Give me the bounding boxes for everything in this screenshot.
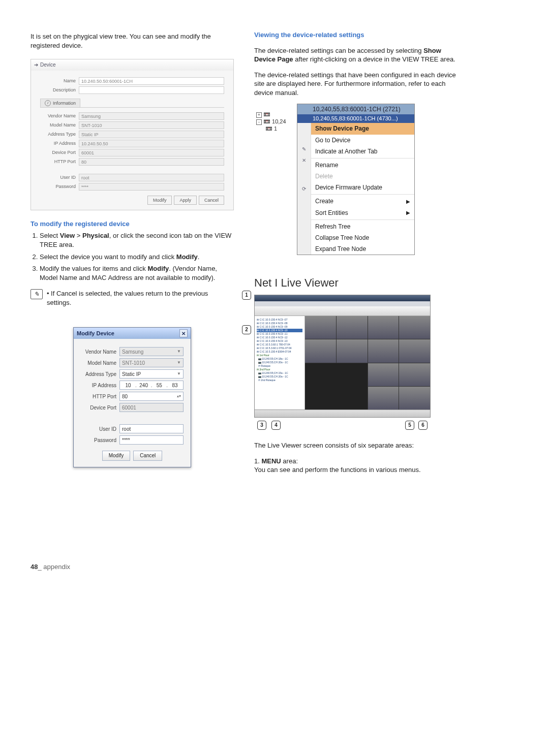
submenu-arrow-icon: ▶	[406, 209, 410, 216]
chevron-down-icon: ▼	[177, 360, 181, 366]
step-2: Select the device you want to modify and…	[40, 253, 234, 262]
menu-sort-entities[interactable]: Sort Entities▶	[311, 207, 414, 218]
net-i-live-viewer-heading: Net I Live Viewer	[254, 275, 458, 291]
name-field[interactable]: 10.240.50.50:60001-1CH	[79, 77, 224, 85]
live-viewer-illustration: ⊞ C:\C 10.0.150:4 NC9 -07 ⊞ C:\C 10.0.15…	[254, 295, 430, 418]
menu-expand-tree[interactable]: Expand Tree Node	[311, 243, 414, 255]
password-field: ****	[79, 183, 224, 191]
spinner-icon[interactable]: ▴▾	[177, 394, 181, 399]
viewer-desc: The Live Viewer screen consists of six s…	[254, 441, 458, 450]
dlg-model-field: SNT-1010▼	[119, 358, 184, 367]
menu-icon-strip: ✎ ✕ ⟳	[297, 123, 311, 255]
menu-create[interactable]: Create▶	[311, 196, 414, 207]
menu-refresh-tree[interactable]: Refresh Tree	[311, 221, 414, 232]
dlg-vendor-field: Samsung▼	[119, 347, 184, 356]
dlg-userid-label: User ID	[81, 426, 116, 433]
menu-go-to-device[interactable]: Go to Device	[311, 135, 414, 146]
devport-field: 60001	[79, 149, 224, 156]
dlg-addrtype-label: Address Type	[81, 371, 116, 378]
menu-rename[interactable]: Rename	[311, 160, 414, 171]
httpport-label: HTTP Port	[40, 159, 76, 165]
viewing-p1: The device-related settings can be acces…	[254, 46, 458, 64]
page-footer: 48_ appendix	[30, 562, 458, 572]
dlg-ip-label: IP Address	[81, 382, 116, 389]
menu-delete: Delete	[311, 171, 414, 182]
note-row: ✎ • If Cancel is selected, the values re…	[30, 289, 234, 307]
modify-device-dialog: Modify Device ✕ Vendor Name Samsung▼ Mod…	[73, 327, 191, 467]
viewer-area-1: 1. MENU area: You can see and perform th…	[254, 457, 458, 475]
note-text: • If Cancel is selected, the values retu…	[47, 289, 234, 307]
dlg-addrtype-field[interactable]: Static IP▼	[119, 369, 184, 379]
dialog-modify-button[interactable]: Modify	[102, 451, 130, 461]
left-column: It is set on the phygical view tree. You…	[30, 25, 234, 481]
httpport-field: 80	[79, 158, 224, 166]
step-1: Select View > Physical, or click the sec…	[40, 231, 234, 249]
dlg-devport-field: 60001	[119, 403, 184, 412]
apply-button[interactable]: Apply	[174, 196, 197, 205]
password-label: Password	[40, 183, 76, 190]
step-3: Modify the values for items and click Mo…	[40, 264, 234, 282]
tree-selected-line1[interactable]: 10,240,55,83:60001-1CH (2721)	[297, 104, 414, 114]
callout-4: 4	[271, 421, 281, 430]
addrtype-field[interactable]: Static IP	[79, 131, 224, 138]
dialog-cancel-button[interactable]: Cancel	[133, 451, 162, 461]
submenu-arrow-icon: ▶	[406, 198, 410, 205]
chevron-down-icon: ▼	[177, 349, 181, 355]
callout-2: 2	[242, 325, 251, 334]
dlg-password-label: Password	[81, 437, 116, 444]
menu-collapse-tree[interactable]: Collapse Tree Node	[311, 232, 414, 243]
panel-title: ➔ Device	[31, 59, 233, 71]
info-icon: i	[45, 100, 51, 106]
vendor-label: Vendor Name	[40, 113, 76, 119]
dlg-httpport-field[interactable]: 80▴▾	[119, 392, 184, 401]
description-label: Description	[40, 87, 76, 93]
video-grid[interactable]	[305, 316, 430, 410]
menu-show-device-page[interactable]: Show Device Page	[311, 123, 414, 134]
ip-label: IP Address	[40, 140, 76, 146]
dlg-userid-field[interactable]: root	[119, 424, 184, 433]
menubar[interactable]	[255, 301, 430, 306]
close-icon[interactable]: ✕	[179, 329, 188, 337]
note-icon: ✎	[30, 289, 43, 299]
modify-steps: Select View > Physical, or click the sec…	[30, 231, 234, 282]
dlg-password-field[interactable]: ****	[119, 435, 184, 445]
userid-label: User ID	[40, 174, 76, 180]
model-label: Model Name	[40, 122, 76, 128]
callout-3: 3	[257, 421, 266, 430]
toolbar[interactable]	[255, 306, 430, 316]
description-field[interactable]	[79, 86, 224, 94]
titlebar	[255, 295, 430, 301]
devport-label: Device Port	[40, 149, 76, 155]
tree-left-nodes: +📼 -📼 10,24 📼 1	[256, 111, 286, 132]
dialog-title: Modify Device	[77, 330, 114, 337]
callout-5: 5	[405, 421, 414, 430]
dlg-vendor-label: Vendor Name	[81, 349, 116, 356]
callout-6: 6	[418, 421, 428, 430]
userid-field: root	[79, 174, 224, 181]
ip-field: 10.240.50.50	[79, 140, 224, 147]
addrtype-label: Address Type	[40, 131, 76, 137]
status-bar[interactable]	[255, 410, 430, 418]
modify-heading: To modify the registered device	[30, 219, 234, 229]
delete-icon: ✕	[300, 156, 308, 164]
tree-expand-icon[interactable]: +	[256, 112, 262, 118]
information-tab[interactable]: i Information	[40, 99, 80, 107]
viewing-heading: Viewing the device-related settings	[254, 30, 458, 40]
menu-indicate-another-tab[interactable]: Indicate at Another Tab	[311, 146, 414, 157]
arrow-icon: ➔	[34, 61, 38, 69]
dlg-model-label: Model Name	[81, 360, 116, 367]
cancel-button[interactable]: Cancel	[199, 196, 224, 205]
vendor-field: Samsung	[79, 112, 224, 120]
view-tree-panel[interactable]: ⊞ C:\C 10.0.150:4 NC9 -07 ⊞ C:\C 10.0.15…	[255, 316, 305, 410]
tree-collapse-icon[interactable]: -	[256, 119, 262, 125]
dlg-ip-field[interactable]: 10. 240. 55. 83	[119, 381, 184, 390]
modify-button[interactable]: Modify	[147, 196, 172, 205]
chevron-down-icon: ▼	[177, 371, 181, 377]
viewing-p2: The device-related settings that have be…	[254, 71, 458, 98]
menu-firmware-update[interactable]: Device Firmware Update	[311, 182, 414, 193]
dlg-devport-label: Device Port	[81, 404, 116, 412]
callout-1: 1	[242, 291, 251, 300]
name-label: Name	[40, 78, 76, 84]
tree-selected-line2[interactable]: 10,240,55,83:60001-1CH (4730...)	[297, 114, 414, 123]
device-context-menu: 10,240,55,83:60001-1CH (2721) 10,240,55,…	[297, 104, 415, 255]
